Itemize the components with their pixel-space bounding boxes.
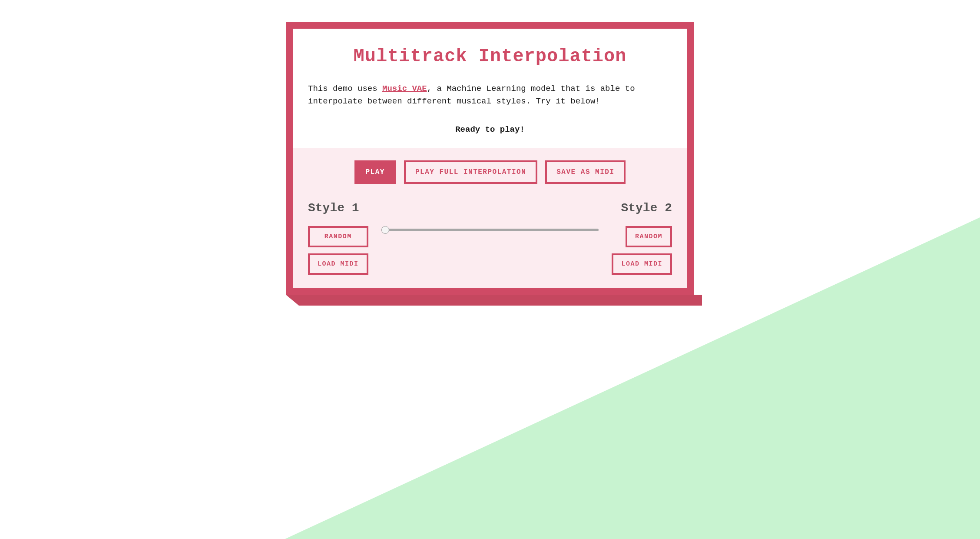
music-vae-link[interactable]: Music VAE [382, 84, 427, 93]
styles-row: Style 1 RANDOM LOAD MIDI Style 2 RANDOM … [308, 201, 672, 275]
status-text: Ready to play! [308, 125, 672, 134]
play-button[interactable]: PLAY [354, 160, 396, 184]
description-text: This demo uses Music VAE, a Machine Lear… [308, 83, 672, 107]
interpolation-slider[interactable] [381, 229, 599, 231]
style2-load-midi-button[interactable]: LOAD MIDI [612, 253, 672, 275]
card-shadow-bottom [299, 295, 702, 306]
style2-column: Style 2 RANDOM LOAD MIDI [612, 201, 672, 275]
header-section: Multitrack Interpolation This demo uses … [293, 29, 687, 148]
main-button-row: PLAY PLAY FULL INTERPOLATION SAVE AS MID… [308, 160, 672, 184]
card-shadow-corner [286, 295, 299, 306]
main-card: Multitrack Interpolation This demo uses … [286, 22, 694, 295]
play-full-interpolation-button[interactable]: PLAY FULL INTERPOLATION [404, 160, 537, 184]
controls-section: PLAY PLAY FULL INTERPOLATION SAVE AS MID… [293, 148, 687, 288]
style2-label: Style 2 [621, 201, 672, 215]
style1-random-button[interactable]: RANDOM [308, 226, 368, 247]
description-before: This demo uses [308, 84, 382, 93]
style1-label: Style 1 [308, 201, 368, 215]
style2-random-button[interactable]: RANDOM [626, 226, 672, 247]
interpolation-slider-container [381, 201, 599, 233]
style1-load-midi-button[interactable]: LOAD MIDI [308, 253, 368, 275]
page-title: Multitrack Interpolation [308, 46, 672, 67]
style1-column: Style 1 RANDOM LOAD MIDI [308, 201, 368, 275]
save-as-midi-button[interactable]: SAVE AS MIDI [545, 160, 626, 184]
